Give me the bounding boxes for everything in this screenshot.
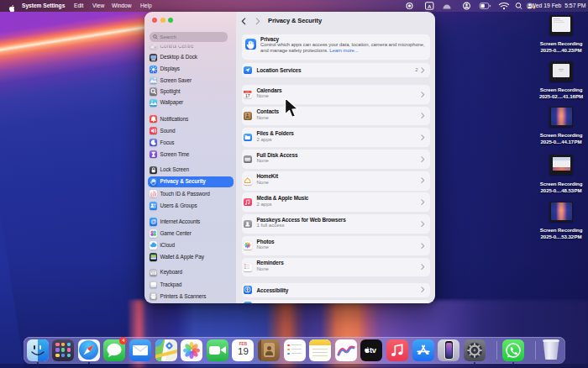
svg-text:17: 17 bbox=[245, 92, 250, 97]
svg-text:A: A bbox=[428, 3, 432, 9]
